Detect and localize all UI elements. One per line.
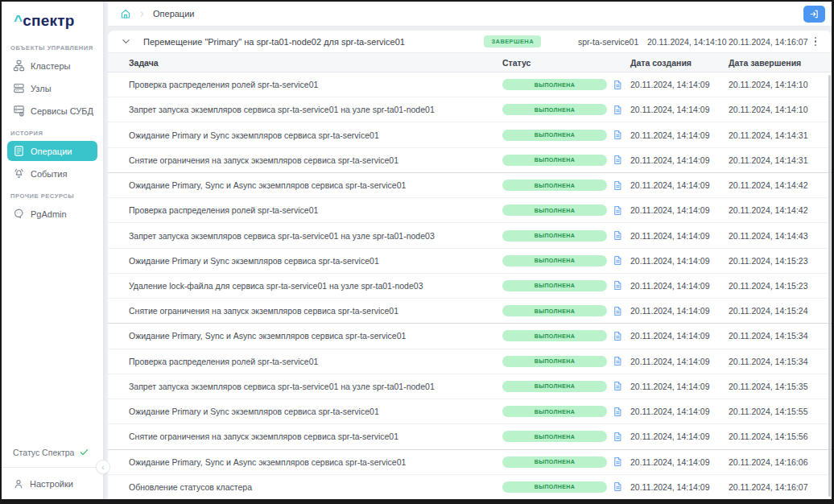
table-row[interactable]: Ожидание Primary и Sync экземпляров серв… <box>108 122 832 147</box>
status-cell: ВЫПОЛНЕНА <box>502 230 611 242</box>
document-log-icon[interactable] <box>613 331 623 341</box>
table-row[interactable]: Ожидание Primary, Sync и Async экземпляр… <box>108 324 832 349</box>
document-log-icon[interactable] <box>613 180 623 191</box>
document-log-icon[interactable] <box>613 381 623 391</box>
footer-divider: ‹ <box>2 467 103 468</box>
column-status: Статус <box>502 58 611 68</box>
ic-dbms-icon <box>13 105 25 117</box>
sidebar-item-label: Узлы <box>31 84 52 93</box>
table-row[interactable]: Снятие ограничения на запуск экземпляров… <box>108 299 832 324</box>
nav-section-items: Кластеры Узлы Сервисы СУБД <box>7 56 97 121</box>
sidebar-item-settings[interactable]: Настройки <box>2 468 103 491</box>
document-log-icon[interactable] <box>613 456 623 467</box>
table-row[interactable]: Запрет запуска экземпляров сервиса spr-t… <box>108 97 832 122</box>
task-cell: Проверка распределения ролей spr-ta-serv… <box>108 357 502 366</box>
operation-summary-row[interactable]: Перемещение "Primary" на spr-ta01-node02… <box>108 31 832 52</box>
document-log-icon[interactable] <box>613 306 623 316</box>
status-badge: ВЫПОЛНЕНА <box>502 456 607 468</box>
table-row[interactable]: Обновление статусов кластера ВЫПОЛНЕНА 2… <box>108 475 832 499</box>
document-log-icon[interactable] <box>613 407 623 417</box>
document-log-icon[interactable] <box>613 230 623 241</box>
document-log-icon[interactable] <box>613 155 623 165</box>
table-row[interactable]: Ожидание Primary и Sync экземпляров серв… <box>108 399 832 424</box>
document-log-icon[interactable] <box>613 130 623 140</box>
finished-cell: 20.11.2024, 14:14:10 <box>729 80 832 89</box>
nav-section-label: ИСТОРИЯ <box>7 123 97 141</box>
document-log-icon[interactable] <box>613 80 623 90</box>
status-badge: ВЫПОЛНЕНА <box>502 280 607 291</box>
sidebar-item-operations[interactable]: Операции <box>7 141 97 161</box>
spektr-status[interactable]: Статус Спектра <box>2 442 103 467</box>
sidebar-item-nodes[interactable]: Узлы <box>7 78 97 98</box>
kebab-menu-icon[interactable] <box>811 35 820 48</box>
document-log-icon[interactable] <box>613 481 623 492</box>
table-row[interactable]: Ожидание Primary, Sync и Async экземпляр… <box>108 450 832 475</box>
table-row[interactable]: Удаление lock-файла для сервиса spr-ta-s… <box>108 274 832 299</box>
nav-section: ОБЪЕКТЫ УПРАВЛЕНИЯ Кластеры Узлы Сервисы… <box>7 38 97 121</box>
column-task: Задача <box>108 58 502 68</box>
created-cell: 20.11.2024, 14:14:09 <box>630 130 729 140</box>
log-cell <box>611 130 630 140</box>
status-badge: ВЫПОЛНЕНА <box>502 381 607 392</box>
document-log-icon[interactable] <box>613 205 623 216</box>
document-log-icon[interactable] <box>613 255 623 266</box>
status-cell: ВЫПОЛНЕНА <box>502 356 611 367</box>
document-log-icon[interactable] <box>613 105 623 115</box>
operation-collapse-toggle[interactable] <box>108 36 143 47</box>
table-row[interactable]: Запрет запуска экземпляров сервиса spr-t… <box>108 374 832 399</box>
sidebar-item-events[interactable]: События <box>7 163 97 184</box>
sidebar: ^спектр ОБЪЕКТЫ УПРАВЛЕНИЯ Кластеры Узлы… <box>2 2 103 499</box>
home-icon[interactable] <box>120 8 131 19</box>
status-cell: ВЫПОЛНЕНА <box>502 305 611 316</box>
sidebar-collapse-button[interactable]: ‹ <box>96 460 110 474</box>
vertical-scrollbar[interactable] <box>828 75 831 497</box>
task-cell: Ожидание Primary и Sync экземпляров серв… <box>108 407 502 416</box>
log-cell <box>611 230 630 241</box>
finished-cell: 20.11.2024, 14:14:31 <box>729 155 832 165</box>
log-cell <box>611 255 630 266</box>
operation-status-badge: ЗАВЕРШЕНА <box>484 35 541 48</box>
table-row[interactable]: Ожидание Primary и Sync экземпляров серв… <box>108 249 832 274</box>
log-cell <box>611 432 630 442</box>
table-row[interactable]: Проверка распределения ролей spr-ta-serv… <box>108 72 832 97</box>
sidebar-item-label: PgAdmin <box>31 209 67 219</box>
created-cell: 20.11.2024, 14:14:09 <box>630 205 729 215</box>
logout-button[interactable] <box>803 6 825 23</box>
finished-cell: 20.11.2024, 14:14:10 <box>729 105 832 114</box>
document-log-icon[interactable] <box>613 356 623 366</box>
status-badge: ВЫПОЛНЕНА <box>502 481 607 493</box>
document-log-icon[interactable] <box>613 280 623 291</box>
document-log-icon[interactable] <box>613 432 623 442</box>
table-row[interactable]: Снятие ограничения на запуск экземпляров… <box>108 148 832 173</box>
log-cell <box>611 356 630 366</box>
task-cell: Ожидание Primary, Sync и Async экземпляр… <box>108 180 502 190</box>
table-row[interactable]: Проверка распределения ролей spr-ta-serv… <box>108 349 832 374</box>
created-cell: 20.11.2024, 14:14:09 <box>630 256 729 266</box>
finished-cell: 20.11.2024, 14:15:56 <box>729 432 832 441</box>
table-row[interactable]: Снятие ограничения на запуск экземпляров… <box>108 424 832 449</box>
sidebar-item-clusters[interactable]: Кластеры <box>7 56 97 76</box>
status-badge: ВЫПОЛНЕНА <box>502 155 607 166</box>
status-badge: ВЫПОЛНЕНА <box>502 130 607 141</box>
finished-cell: 20.11.2024, 14:15:23 <box>729 256 832 266</box>
table-row[interactable]: Запрет запуска экземпляров сервиса spr-t… <box>108 223 832 248</box>
task-cell: Запрет запуска экземпляров сервиса spr-t… <box>108 231 502 241</box>
status-badge: ВЫПОЛНЕНА <box>502 180 607 191</box>
column-finished: Дата завершения <box>729 58 832 68</box>
sidebar-item-label: События <box>31 169 67 179</box>
status-badge: ВЫПОЛНЕНА <box>502 104 607 115</box>
status-cell: ВЫПОЛНЕНА <box>502 104 611 115</box>
sidebar-item-dbms-services[interactable]: Сервисы СУБД <box>7 101 97 121</box>
topbar: Операции <box>108 2 832 27</box>
main-area: Операции Перемещение "Primary" на spr-ta… <box>103 2 832 499</box>
sidebar-item-pgadmin[interactable]: PgAdmin <box>7 204 97 224</box>
finished-cell: 20.11.2024, 14:14:31 <box>729 130 832 140</box>
status-badge: ВЫПОЛНЕНА <box>502 79 607 90</box>
table-row[interactable]: Ожидание Primary, Sync и Async экземпляр… <box>108 173 832 198</box>
task-cell: Проверка распределения ролей spr-ta-serv… <box>108 205 502 215</box>
sidebar-item-label: Сервисы СУБД <box>31 106 93 116</box>
log-cell <box>611 407 630 417</box>
breadcrumb-current[interactable]: Операции <box>153 9 194 19</box>
table-row[interactable]: Проверка распределения ролей spr-ta-serv… <box>108 198 832 223</box>
log-cell <box>611 155 630 165</box>
